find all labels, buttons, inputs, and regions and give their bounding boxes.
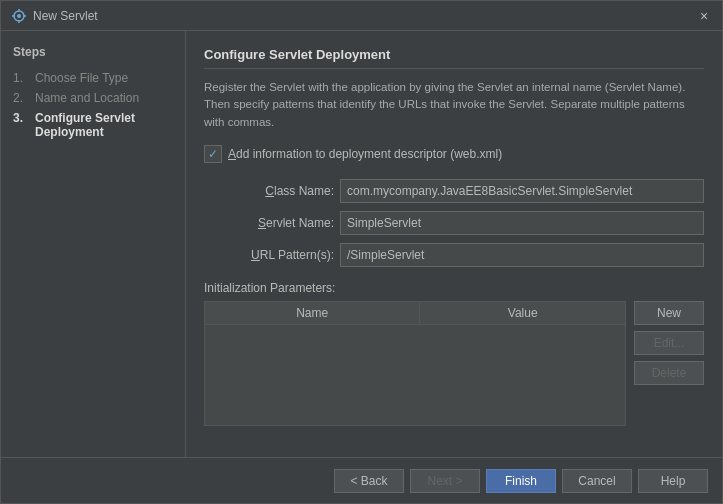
sidebar-step-3: 3. Configure ServletDeployment	[13, 111, 173, 139]
edit-button[interactable]: Edit...	[634, 331, 704, 355]
title-bar: New Servlet ×	[1, 1, 722, 31]
init-params-section: Initialization Parameters: Name Value	[204, 281, 704, 426]
title-bar-left: New Servlet	[11, 8, 98, 24]
close-button[interactable]: ×	[696, 8, 712, 24]
step-num-1: 1.	[13, 71, 29, 85]
checkbox-label: Add information to deployment descriptor…	[228, 147, 502, 161]
panel-title: Configure Servlet Deployment	[204, 47, 704, 69]
main-content: Steps 1. Choose File Type 2. Name and Lo…	[1, 31, 722, 457]
panel-description: Register the Servlet with the applicatio…	[204, 79, 704, 131]
sidebar: Steps 1. Choose File Type 2. Name and Lo…	[1, 31, 186, 457]
footer: < Back Next > Finish Cancel Help	[1, 457, 722, 503]
form-fields: Class Name: Servlet Name: URL Pattern(s)…	[204, 179, 704, 267]
step-label-1: Choose File Type	[35, 71, 128, 85]
url-pattern-input[interactable]	[340, 243, 704, 267]
cancel-button[interactable]: Cancel	[562, 469, 632, 493]
step-num-3: 3.	[13, 111, 29, 139]
step-num-2: 2.	[13, 91, 29, 105]
checkbox-row[interactable]: Add information to deployment descriptor…	[204, 145, 704, 163]
class-name-label: Class Name:	[204, 184, 334, 198]
right-panel: Configure Servlet Deployment Register th…	[186, 31, 722, 457]
sidebar-step-1: 1. Choose File Type	[13, 71, 173, 85]
delete-button[interactable]: Delete	[634, 361, 704, 385]
params-table-container: Name Value	[204, 301, 626, 426]
col-name-header: Name	[205, 302, 420, 325]
svg-point-1	[17, 14, 21, 18]
step-label-3: Configure ServletDeployment	[35, 111, 135, 139]
servlet-icon	[11, 8, 27, 24]
params-table: Name Value	[205, 302, 625, 325]
servlet-name-label: Servlet Name:	[204, 216, 334, 230]
deployment-descriptor-checkbox[interactable]	[204, 145, 222, 163]
class-name-input[interactable]	[340, 179, 704, 203]
checkbox-label-underline: Add information to deployment descriptor…	[228, 147, 502, 161]
help-button[interactable]: Help	[638, 469, 708, 493]
back-button[interactable]: < Back	[334, 469, 404, 493]
sidebar-steps: 1. Choose File Type 2. Name and Location…	[13, 71, 173, 139]
col-value-header: Value	[420, 302, 625, 325]
init-params-label: Initialization Parameters:	[204, 281, 704, 295]
finish-button[interactable]: Finish	[486, 469, 556, 493]
servlet-name-input[interactable]	[340, 211, 704, 235]
params-buttons: New Edit... Delete	[634, 301, 704, 426]
step-label-2: Name and Location	[35, 91, 139, 105]
sidebar-step-2: 2. Name and Location	[13, 91, 173, 105]
init-params-area: Name Value New Edit... Delete	[204, 301, 704, 426]
sidebar-title: Steps	[13, 45, 173, 59]
next-button[interactable]: Next >	[410, 469, 480, 493]
url-pattern-label: URL Pattern(s):	[204, 248, 334, 262]
main-window: New Servlet × Steps 1. Choose File Type …	[0, 0, 723, 504]
window-title: New Servlet	[33, 9, 98, 23]
new-button[interactable]: New	[634, 301, 704, 325]
params-table-body	[205, 325, 625, 425]
